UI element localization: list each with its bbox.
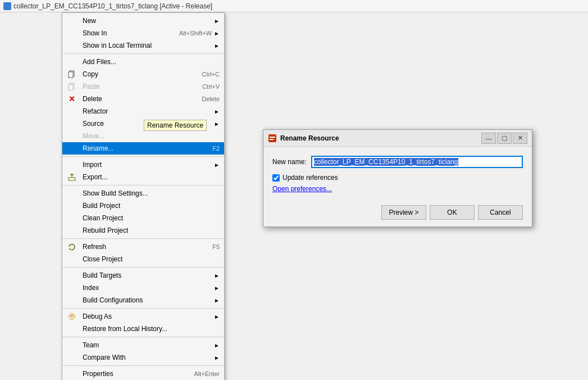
svg-marker-5 bbox=[69, 248, 71, 250]
app-icon bbox=[3, 2, 11, 10]
new-name-field: New name: bbox=[272, 156, 523, 168]
menu-item-refresh[interactable]: Refresh F5 bbox=[62, 241, 224, 253]
menu-item-rename[interactable]: Rename... F2 bbox=[62, 142, 224, 155]
dialog-buttons: Preview > OK Cancel bbox=[263, 200, 532, 227]
new-name-input[interactable] bbox=[311, 156, 523, 168]
dialog-title-icon bbox=[268, 134, 277, 143]
menu-icon-paste bbox=[66, 83, 78, 91]
menu-icon-debug-as bbox=[66, 313, 78, 320]
separator-2 bbox=[62, 156, 224, 157]
new-name-label: New name: bbox=[272, 158, 307, 166]
menu-item-show-build-settings[interactable]: Show Build Settings... bbox=[62, 187, 224, 200]
menu-icon-export bbox=[66, 173, 78, 181]
update-references-checkbox[interactable] bbox=[272, 174, 280, 182]
svg-rect-3 bbox=[69, 84, 73, 90]
separator-1 bbox=[62, 53, 224, 54]
ok-button[interactable]: OK bbox=[430, 205, 475, 220]
menu-icon-copy bbox=[66, 70, 78, 78]
svg-rect-8 bbox=[270, 137, 275, 138]
svg-rect-9 bbox=[270, 139, 274, 140]
menu-item-restore-history[interactable]: Restore from Local History... bbox=[62, 323, 224, 335]
menu-item-build-project[interactable]: Build Project bbox=[62, 200, 224, 212]
menu-icon-delete: ✕ bbox=[66, 94, 78, 103]
menu-item-show-local-terminal[interactable]: Show in Local Terminal ► bbox=[62, 39, 224, 52]
menu-item-rebuild-project[interactable]: Rebuild Project bbox=[62, 224, 224, 237]
svg-rect-1 bbox=[69, 72, 73, 78]
separator-7 bbox=[62, 337, 224, 337]
menu-icon-refresh bbox=[66, 243, 78, 251]
rename-tooltip: Rename Resource bbox=[144, 120, 207, 131]
separator-5 bbox=[62, 267, 224, 268]
rename-resource-dialog: Rename Resource — ▢ ✕ New name: Update r… bbox=[263, 129, 532, 227]
separator-6 bbox=[62, 308, 224, 309]
menu-item-paste[interactable]: Paste Ctrl+V bbox=[62, 80, 224, 93]
update-references-row: Update references bbox=[272, 174, 523, 182]
menu-item-debug-as[interactable]: Debug As ► bbox=[62, 310, 224, 323]
dialog-minimize-button[interactable]: — bbox=[481, 133, 496, 144]
preview-button[interactable]: Preview > bbox=[381, 205, 426, 220]
menu-item-new[interactable]: New ► bbox=[62, 15, 224, 27]
menu-item-properties[interactable]: Properties Alt+Enter bbox=[62, 368, 224, 380]
menu-item-clean-project[interactable]: Clean Project bbox=[62, 212, 224, 224]
context-menu: New ► Show In Alt+Shift+W ► Show in Loca… bbox=[62, 12, 225, 380]
menu-item-export[interactable]: Export... bbox=[62, 171, 224, 183]
svg-rect-4 bbox=[69, 178, 75, 180]
menu-item-import[interactable]: Import ► bbox=[62, 159, 224, 171]
separator-8 bbox=[62, 365, 224, 366]
open-preferences-link[interactable]: Open preferences... bbox=[272, 185, 332, 193]
dialog-content: New name: Update references Open prefere… bbox=[263, 147, 532, 200]
open-preferences-row: Open preferences... bbox=[272, 185, 523, 193]
menu-item-index[interactable]: Index ► bbox=[62, 282, 224, 294]
menu-item-copy[interactable]: Copy Ctrl+C bbox=[62, 68, 224, 80]
title-bar: collector_LP_EM_CC1354P10_1_tirtos7_ticl… bbox=[0, 0, 588, 12]
svg-rect-7 bbox=[268, 134, 276, 142]
menu-item-close-project[interactable]: Close Project bbox=[62, 253, 224, 265]
menu-item-team[interactable]: Team ► bbox=[62, 339, 224, 351]
menu-item-show-in[interactable]: Show In Alt+Shift+W ► bbox=[62, 27, 224, 39]
separator-3 bbox=[62, 185, 224, 186]
dialog-titlebar: Rename Resource — ▢ ✕ bbox=[263, 130, 532, 147]
cancel-button[interactable]: Cancel bbox=[478, 205, 523, 220]
menu-item-add-files[interactable]: Add Files... bbox=[62, 56, 224, 68]
dialog-maximize-button[interactable]: ▢ bbox=[497, 133, 512, 144]
menu-item-refactor[interactable]: Refactor ► bbox=[62, 105, 224, 117]
menu-item-move[interactable]: Move... bbox=[62, 130, 224, 142]
dialog-close-button[interactable]: ✕ bbox=[513, 133, 527, 144]
menu-item-build-configurations[interactable]: Build Configurations ► bbox=[62, 294, 224, 306]
separator-4 bbox=[62, 238, 224, 239]
dialog-title-text: Rename Resource bbox=[280, 134, 481, 142]
dialog-controls: — ▢ ✕ bbox=[481, 133, 527, 144]
menu-item-build-targets[interactable]: Build Targets ► bbox=[62, 269, 224, 282]
menu-item-compare-with[interactable]: Compare With ► bbox=[62, 351, 224, 364]
update-references-label: Update references bbox=[282, 174, 338, 182]
menu-item-delete[interactable]: ✕ Delete Delete bbox=[62, 93, 224, 105]
title-bar-text: collector_LP_EM_CC1354P10_1_tirtos7_ticl… bbox=[13, 2, 212, 10]
